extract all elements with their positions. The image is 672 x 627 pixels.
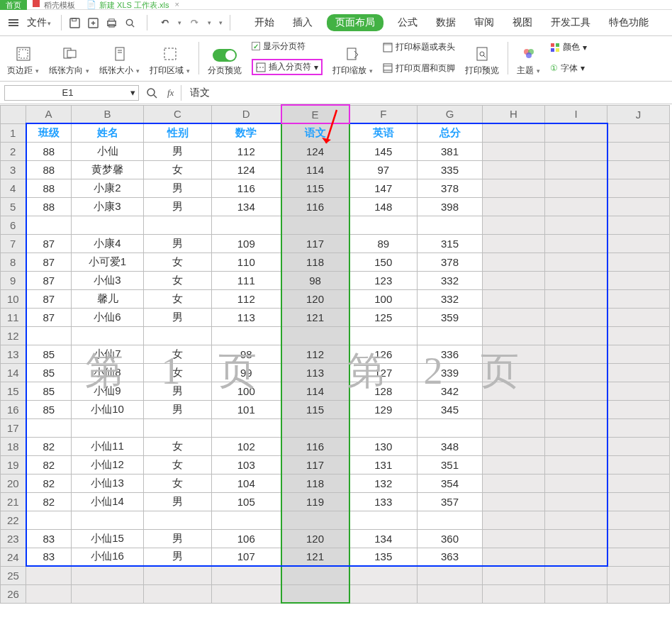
cell-H9[interactable] xyxy=(483,271,545,289)
cell-A8[interactable]: 87 xyxy=(26,253,72,271)
sheet-table[interactable]: ABCDEFGHIJ1班级姓名性别数学语文英语总分288小仙男112124145… xyxy=(0,104,670,604)
cell-D21[interactable]: 105 xyxy=(212,492,281,511)
cell-H18[interactable] xyxy=(483,437,545,455)
cell-J11[interactable] xyxy=(607,308,670,326)
cell-F22[interactable] xyxy=(349,511,418,529)
cell-F2[interactable]: 145 xyxy=(349,142,418,160)
cell-C19[interactable]: 女 xyxy=(144,455,212,474)
cell-B6[interactable] xyxy=(72,216,144,234)
cell-J25[interactable] xyxy=(607,566,670,584)
print-titles-button[interactable]: 打印标题或表头 xyxy=(383,41,455,53)
cell-A11[interactable]: 87 xyxy=(26,308,72,326)
cell-I11[interactable] xyxy=(545,308,607,326)
cell-A13[interactable]: 85 xyxy=(26,345,72,363)
cell-C1[interactable]: 性别 xyxy=(144,123,212,142)
row-header-13[interactable]: 13 xyxy=(1,345,26,363)
cell-D9[interactable]: 111 xyxy=(212,271,281,289)
cell-H2[interactable] xyxy=(483,142,545,160)
cell-G23[interactable]: 360 xyxy=(418,529,483,548)
cell-C25[interactable] xyxy=(144,566,212,584)
cell-C11[interactable]: 男 xyxy=(144,308,212,326)
cell-A7[interactable]: 87 xyxy=(26,234,72,253)
cell-G5[interactable]: 398 xyxy=(418,197,483,216)
cell-H10[interactable] xyxy=(483,289,545,308)
cell-G7[interactable]: 315 xyxy=(418,234,483,253)
margins-button[interactable]: 页边距 xyxy=(3,39,43,77)
insert-page-break-button[interactable]: 插入分页符▾ xyxy=(252,59,323,75)
cell-E2[interactable]: 124 xyxy=(281,142,349,160)
row-header-5[interactable]: 5 xyxy=(1,197,26,216)
row-header-2[interactable]: 2 xyxy=(1,142,26,160)
print-scale-button[interactable]: 打印缩放 xyxy=(328,39,377,77)
cell-F3[interactable]: 97 xyxy=(349,160,418,179)
cell-F8[interactable]: 150 xyxy=(349,253,418,271)
cell-C21[interactable]: 男 xyxy=(144,492,212,511)
row-header-25[interactable]: 25 xyxy=(1,566,26,584)
cell-D22[interactable] xyxy=(212,511,281,529)
cell-H14[interactable] xyxy=(483,363,545,382)
row-header-22[interactable]: 22 xyxy=(1,511,26,529)
col-header-G[interactable]: G xyxy=(418,105,483,123)
cell-A2[interactable]: 88 xyxy=(26,142,72,160)
cell-C9[interactable]: 女 xyxy=(144,271,212,289)
cell-D10[interactable]: 112 xyxy=(212,289,281,308)
cell-A24[interactable]: 83 xyxy=(26,548,72,566)
cell-C12[interactable] xyxy=(144,326,212,345)
cell-B13[interactable]: 小仙7 xyxy=(72,345,144,363)
cell-J1[interactable] xyxy=(607,123,670,142)
cell-E22[interactable] xyxy=(281,511,349,529)
cell-D16[interactable]: 101 xyxy=(212,400,281,418)
cell-G24[interactable]: 363 xyxy=(418,548,483,566)
cell-C22[interactable] xyxy=(144,511,212,529)
cell-J23[interactable] xyxy=(607,529,670,548)
cell-D4[interactable]: 116 xyxy=(212,179,281,197)
cell-E26[interactable] xyxy=(281,584,349,603)
col-header-D[interactable]: D xyxy=(212,105,281,123)
cell-D18[interactable]: 102 xyxy=(212,437,281,455)
cell-C26[interactable] xyxy=(144,584,212,603)
cell-H4[interactable] xyxy=(483,179,545,197)
row-header-15[interactable]: 15 xyxy=(1,382,26,400)
cell-C20[interactable]: 女 xyxy=(144,474,212,492)
cell-H6[interactable] xyxy=(483,216,545,234)
row-header-23[interactable]: 23 xyxy=(1,529,26,548)
cell-B4[interactable]: 小康2 xyxy=(72,179,144,197)
print-icon[interactable] xyxy=(106,17,117,28)
cell-H19[interactable] xyxy=(483,455,545,474)
cell-I17[interactable] xyxy=(545,418,607,437)
row-header-9[interactable]: 9 xyxy=(1,271,26,289)
cell-G8[interactable]: 378 xyxy=(418,253,483,271)
cell-I3[interactable] xyxy=(545,160,607,179)
theme-color-button[interactable]: 颜色▾ xyxy=(550,41,587,53)
cell-D13[interactable]: 98 xyxy=(212,345,281,363)
save-icon[interactable] xyxy=(69,17,80,28)
cell-E13[interactable]: 112 xyxy=(281,345,349,363)
tab-formula[interactable]: 公式 xyxy=(393,14,422,31)
cell-G9[interactable]: 332 xyxy=(418,271,483,289)
cell-H13[interactable] xyxy=(483,345,545,363)
cell-J16[interactable] xyxy=(607,400,670,418)
col-header-H[interactable]: H xyxy=(483,105,545,123)
cell-H12[interactable] xyxy=(483,326,545,345)
row-header-11[interactable]: 11 xyxy=(1,308,26,326)
cell-E15[interactable]: 114 xyxy=(281,382,349,400)
cell-A25[interactable] xyxy=(26,566,72,584)
cell-C6[interactable] xyxy=(144,216,212,234)
cell-J13[interactable] xyxy=(607,345,670,363)
cell-D8[interactable]: 110 xyxy=(212,253,281,271)
cell-G26[interactable] xyxy=(418,584,483,603)
cell-I13[interactable] xyxy=(545,345,607,363)
cell-J15[interactable] xyxy=(607,382,670,400)
cell-I21[interactable] xyxy=(545,492,607,511)
cell-F14[interactable]: 127 xyxy=(349,363,418,382)
cell-I22[interactable] xyxy=(545,511,607,529)
cell-I14[interactable] xyxy=(545,363,607,382)
cell-F21[interactable]: 133 xyxy=(349,492,418,511)
tab-insert[interactable]: 插入 xyxy=(289,14,317,31)
cell-C15[interactable]: 男 xyxy=(144,382,212,400)
theme-button[interactable]: 主题 xyxy=(513,39,544,77)
cell-B3[interactable]: 黄梦馨 xyxy=(72,160,144,179)
cell-H17[interactable] xyxy=(483,418,545,437)
cell-F25[interactable] xyxy=(349,566,418,584)
cell-H8[interactable] xyxy=(483,253,545,271)
